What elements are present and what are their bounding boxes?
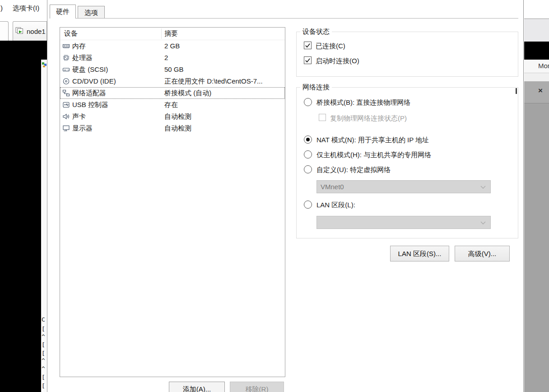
tab-hardware[interactable]: 硬件 — [50, 5, 76, 19]
radio-label: 仅主机模式(H): 与主机共享的专用网络 — [316, 150, 431, 159]
right-strip-toolbar — [524, 19, 549, 42]
background-tab-stub[interactable] — [0, 21, 9, 41]
vm-screen-region — [0, 41, 47, 392]
terminal-char: [ — [42, 350, 45, 357]
right-strip-screen — [524, 42, 549, 60]
terminal-char: [ — [42, 383, 45, 389]
terminal-strip: C [ ^ [ [ ^ ^ [ [ — [41, 60, 47, 392]
table-row-memory[interactable]: 内存 2 GB — [60, 40, 285, 52]
menu-item-partial[interactable]: ) — [0, 4, 3, 12]
display-icon — [62, 125, 70, 132]
device-summary: 自动检测 — [164, 111, 191, 122]
device-summary: 正在使用文件 D:\ted\CentOS-7... — [164, 75, 263, 87]
radio-icon[interactable] — [304, 150, 312, 159]
memory-icon — [62, 42, 70, 50]
checkbox-checked-icon[interactable] — [304, 42, 312, 49]
radio-icon[interactable] — [304, 201, 312, 209]
table-row-disk[interactable]: 硬盘 (SCSI) 50 GB — [60, 64, 285, 75]
right-strip-header: Mor — [524, 60, 549, 73]
vm-tab-node1[interactable]: node1 — [13, 21, 47, 41]
device-name: 声卡 — [72, 111, 86, 122]
terminal-char: ^ — [42, 365, 45, 372]
table-row-cdrom[interactable]: CD/DVD (IDE) 正在使用文件 D:\ted\CentOS-7... — [60, 75, 285, 87]
menu-bar: ) 选项卡(I) — [0, 0, 47, 19]
chevron-down-icon — [480, 186, 486, 189]
group-title: 设备状态 — [300, 28, 332, 36]
group-title: 网络连接 — [300, 83, 332, 92]
right-strip-titlebar: × — [524, 81, 549, 103]
mini-icon — [42, 62, 47, 68]
device-name: 显示器 — [72, 122, 93, 134]
lan-segments-button[interactable]: LAN 区段(S)... — [390, 246, 449, 261]
tab-underline — [50, 18, 518, 19]
radio-icon[interactable] — [304, 165, 312, 173]
partial-text: Mor — [538, 62, 549, 70]
terminal-char: [ — [42, 374, 45, 381]
device-name: CD/DVD (IDE) — [72, 75, 116, 87]
vm-icon — [15, 27, 24, 35]
column-separator — [161, 28, 162, 39]
device-summary: 50 GB — [164, 64, 184, 75]
remove-device-button[interactable]: 移除(R) — [230, 382, 284, 392]
device-name: 处理器 — [72, 52, 93, 64]
add-device-button[interactable]: 添加(A)... — [169, 382, 225, 392]
right-strip-divider — [524, 73, 549, 81]
device-name: 内存 — [72, 40, 86, 52]
checkbox-unchecked-icon[interactable] — [319, 114, 326, 121]
vm-settings-dialog: 硬件 选项 设备 摘要 内存 — [47, 0, 524, 392]
table-row-network-adapter[interactable]: 网络适配器 桥接模式 (自动) — [60, 87, 285, 99]
terminal-char: C — [42, 316, 45, 323]
cd-dvd-icon — [62, 78, 70, 85]
terminal-char: [ — [42, 341, 45, 348]
screen: ) 选项卡(I) node1 C [ ^ [ [ ^ ^ [ [ — [0, 0, 549, 392]
hard-disk-icon — [62, 66, 70, 73]
custom-network-dropdown[interactable]: VMnet0 — [316, 180, 491, 193]
menu-item-tabs[interactable]: 选项卡(I) — [13, 4, 39, 13]
device-name: 硬盘 (SCSI) — [72, 64, 108, 75]
radio-lan-segment[interactable]: LAN 区段(L): — [304, 201, 355, 209]
right-strip-body — [524, 103, 549, 392]
device-name: USB 控制器 — [72, 99, 108, 111]
radio-bridged[interactable]: 桥接模式(B): 直接连接物理网络 — [304, 98, 410, 107]
device-status-group: 设备状态 — [296, 32, 518, 77]
radio-custom[interactable]: 自定义(U): 特定虚拟网络 — [304, 165, 391, 174]
table-row-sound[interactable]: 声卡 自动检测 — [60, 111, 285, 122]
device-list-header: 设备 摘要 — [60, 28, 285, 40]
radio-icon[interactable] — [304, 98, 312, 106]
device-summary: 自动检测 — [164, 122, 191, 134]
terminal-char: [ — [42, 326, 45, 332]
vm-tab-label: node1 — [27, 28, 46, 35]
radio-label: 桥接模式(B): 直接连接物理网络 — [316, 98, 410, 107]
right-strip-top — [524, 0, 549, 19]
radio-label: LAN 区段(L): — [316, 201, 355, 209]
radio-host-only[interactable]: 仅主机模式(H): 与主机共享的专用网络 — [304, 150, 431, 159]
tick-mark — [516, 88, 517, 94]
advanced-button[interactable]: 高级(V)... — [455, 246, 510, 261]
chevron-down-icon — [480, 221, 486, 224]
tab-options[interactable]: 选项 — [78, 6, 105, 19]
device-list: 设备 摘要 内存 2 GB — [60, 27, 285, 377]
checkbox-label: 启动时连接(O) — [316, 56, 359, 65]
checkbox-replicate-state[interactable]: 复制物理网络连接状态(P) — [319, 114, 407, 122]
device-name: 网络适配器 — [72, 87, 106, 99]
column-summary: 摘要 — [164, 29, 178, 38]
checkbox-connected[interactable]: 已连接(C) — [304, 42, 345, 50]
checkbox-checked-icon[interactable] — [304, 56, 312, 64]
table-row-display[interactable]: 显示器 自动检测 — [60, 122, 285, 134]
dropdown-value: VMnet0 — [321, 183, 344, 191]
checkbox-connect-at-power-on[interactable]: 启动时连接(O) — [304, 56, 359, 65]
radio-label: 自定义(U): 特定虚拟网络 — [316, 165, 391, 174]
table-row-usb[interactable]: USB 控制器 存在 — [60, 99, 285, 111]
device-summary: 桥接模式 (自动) — [164, 87, 211, 99]
checkbox-label: 已连接(C) — [316, 42, 345, 50]
lan-segment-dropdown[interactable] — [316, 216, 491, 229]
close-icon[interactable]: × — [537, 86, 544, 95]
cpu-icon — [62, 54, 70, 61]
radio-nat[interactable]: NAT 模式(N): 用于共享主机的 IP 地址 — [304, 135, 429, 144]
radio-selected-icon[interactable] — [304, 135, 312, 144]
radio-label: NAT 模式(N): 用于共享主机的 IP 地址 — [316, 135, 429, 144]
table-row-cpu[interactable]: 处理器 2 — [60, 52, 285, 64]
column-device: 设备 — [64, 29, 78, 38]
network-adapter-icon — [62, 89, 70, 97]
checkbox-label: 复制物理网络连接状态(P) — [330, 114, 407, 122]
